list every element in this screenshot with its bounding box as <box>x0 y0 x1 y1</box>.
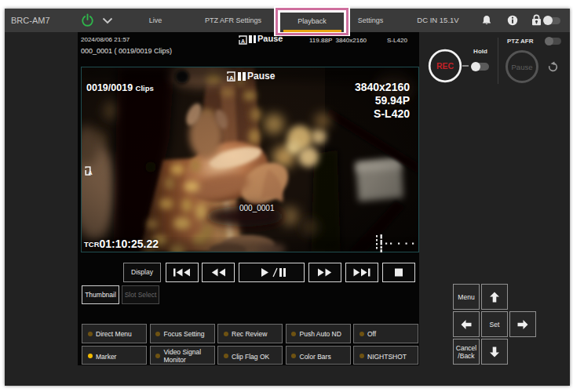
svg-text:A: A <box>88 169 93 176</box>
svg-text:A: A <box>229 74 234 82</box>
svg-text:A: A <box>241 38 245 44</box>
svg-text:Pause: Pause <box>512 63 533 71</box>
svg-text:REC: REC <box>436 61 454 71</box>
